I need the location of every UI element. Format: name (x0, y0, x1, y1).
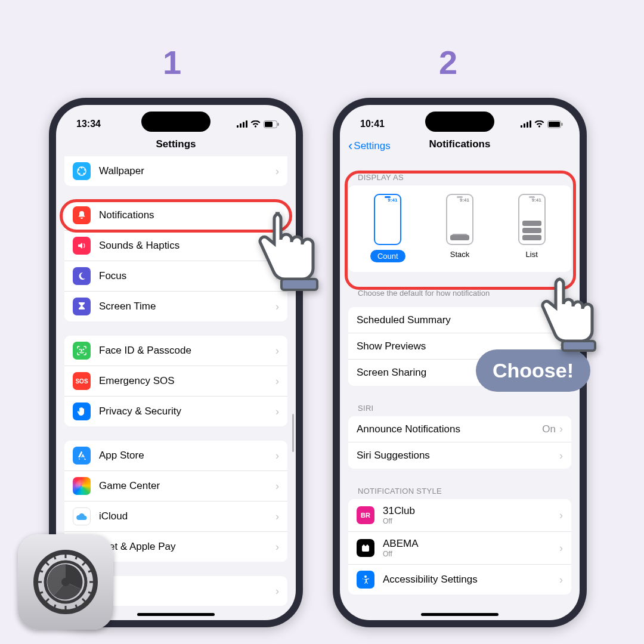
row-label: Scheduled Summary (357, 314, 559, 326)
section-header-siri: SIRI (340, 400, 580, 416)
chevron-right-icon: › (275, 510, 279, 523)
chevron-right-icon: › (275, 345, 279, 357)
chevron-right-icon: › (559, 574, 563, 586)
svg-point-12 (78, 169, 79, 171)
preview-phone-list: 9:41 (518, 194, 546, 245)
section-header-display-as: DISPLAY AS (340, 156, 580, 185)
chevron-right-icon: › (559, 509, 563, 522)
step-number-1: 1 (163, 43, 181, 82)
svg-rect-23 (281, 279, 317, 290)
svg-rect-0 (237, 125, 239, 128)
back-label: Settings (354, 140, 390, 152)
chevron-right-icon: › (275, 405, 279, 418)
chevron-right-icon: › (559, 423, 563, 435)
speaker-icon (73, 237, 91, 255)
dynamic-island (425, 112, 494, 132)
row-label: iCloud (99, 510, 275, 522)
sos-icon: SOS (73, 372, 91, 390)
svg-rect-17 (527, 122, 528, 128)
app-name: 31Club (383, 505, 559, 517)
app-name: ABEMA (383, 538, 559, 550)
row-icloud[interactable]: iCloud › (64, 501, 287, 532)
wifi-icon (534, 120, 544, 128)
row-app-store[interactable]: App Store › (64, 441, 287, 471)
svg-point-14 (83, 349, 84, 350)
app-name: Accessibility Settings (383, 574, 559, 586)
app-status: Off (383, 517, 559, 525)
step-number-2: 2 (439, 43, 457, 82)
app-icon-accessibility (357, 571, 374, 589)
row-faceid[interactable]: Face ID & Passcode › (64, 336, 287, 366)
settings-app-icon (18, 534, 113, 630)
row-game-center[interactable]: Game Center › (64, 471, 287, 501)
wallpaper-icon (73, 162, 91, 180)
svg-rect-1 (240, 123, 242, 128)
scrollbar[interactable] (292, 414, 294, 452)
svg-point-43 (61, 578, 70, 586)
row-sos[interactable]: SOS Emergency SOS › (64, 366, 287, 397)
svg-rect-20 (549, 122, 560, 127)
chevron-left-icon: ‹ (348, 138, 352, 154)
bell-icon (73, 206, 91, 224)
svg-rect-16 (524, 123, 525, 128)
row-label: Wallpaper (99, 165, 275, 177)
cellular-signal-icon (521, 120, 531, 128)
hand-raised-icon (73, 402, 91, 420)
option-label: List (526, 250, 538, 259)
display-option-count[interactable]: 9:41 Count (358, 194, 417, 262)
option-label: Count (370, 250, 405, 262)
row-label: Privacy & Security (99, 405, 275, 417)
row-wallpaper[interactable]: Wallpaper › (64, 156, 287, 186)
svg-rect-15 (521, 125, 522, 128)
row-value: On (542, 423, 556, 435)
row-label: Siri Suggestions (357, 450, 559, 462)
back-button[interactable]: ‹Settings (348, 138, 391, 154)
app-store-icon (73, 447, 91, 465)
app-icon-abema (357, 539, 374, 557)
preview-phone-stack: 9:41 (446, 194, 473, 245)
display-option-stack[interactable]: 9:41 Stack (430, 194, 490, 262)
status-time: 13:34 (76, 119, 101, 129)
svg-point-8 (81, 167, 82, 168)
svg-point-9 (84, 169, 85, 171)
row-label: Screen Time (99, 301, 275, 312)
game-center-icon (73, 477, 91, 495)
moon-icon (73, 267, 91, 285)
chevron-right-icon: › (275, 450, 279, 462)
row-announce-notifications[interactable]: Announce Notifications On › (348, 416, 571, 442)
nav-bar: ‹Settings Notifications (340, 135, 580, 156)
row-label: ps (99, 585, 275, 597)
chevron-right-icon: › (559, 542, 563, 555)
row-label: allet & Apple Pay (99, 541, 275, 553)
row-app-accessibility[interactable]: Accessibility Settings › (348, 565, 571, 595)
app-icon-31club: BR (357, 506, 374, 524)
battery-icon (264, 120, 279, 128)
row-privacy[interactable]: Privacy & Security › (64, 397, 287, 426)
row-label: Notifications (99, 209, 275, 221)
row-label: Focus (99, 270, 275, 282)
hourglass-icon (73, 298, 91, 315)
row-app-31club[interactable]: BR 31Club Off › (348, 499, 571, 532)
hand-cursor-icon (535, 270, 613, 361)
row-label: Game Center (99, 480, 275, 492)
page-title: Settings (156, 138, 196, 150)
svg-rect-18 (530, 120, 531, 128)
row-app-abema[interactable]: ABEMA Off › (348, 532, 571, 565)
chevron-right-icon: › (275, 301, 279, 313)
dynamic-island (141, 112, 210, 132)
chevron-right-icon: › (275, 165, 279, 178)
svg-rect-2 (243, 122, 244, 128)
icloud-icon (73, 507, 91, 525)
row-label: App Store (99, 450, 275, 462)
chevron-right-icon: › (275, 541, 279, 553)
svg-rect-21 (562, 123, 563, 126)
row-siri-suggestions[interactable]: Siri Suggestions › (348, 442, 571, 469)
chevron-right-icon: › (275, 480, 279, 493)
home-indicator[interactable] (421, 613, 499, 616)
row-label: Sounds & Haptics (99, 240, 275, 252)
chevron-right-icon: › (275, 375, 279, 388)
display-option-list[interactable]: 9:41 List (502, 194, 562, 262)
svg-point-10 (83, 173, 84, 174)
home-indicator[interactable] (137, 613, 215, 616)
svg-point-11 (79, 173, 80, 174)
